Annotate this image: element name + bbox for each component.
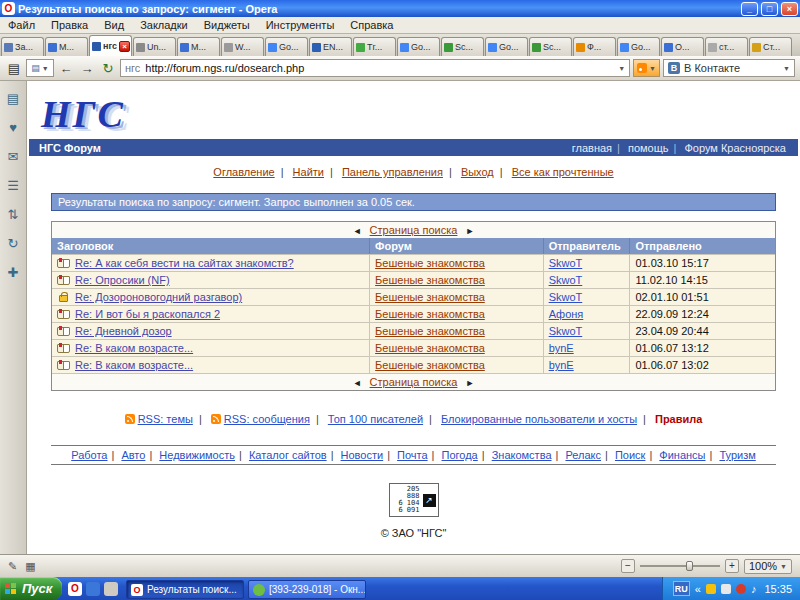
sender-link[interactable]: Афоня: [549, 308, 584, 320]
browser-quicklaunch-icon[interactable]: [86, 582, 100, 596]
network-tray-icon[interactable]: [721, 584, 731, 594]
sender-link[interactable]: SkwoT: [549, 325, 583, 337]
tab[interactable]: Go...: [617, 37, 660, 56]
topic-link[interactable]: Re: В каком возрасте...: [75, 359, 193, 371]
tab[interactable]: М...: [45, 37, 88, 56]
forum-link[interactable]: Бешеные знакомства: [375, 274, 485, 286]
sender-link[interactable]: SkwoT: [549, 291, 583, 303]
volume-tray-icon[interactable]: ♪: [751, 583, 757, 595]
next-page-icon[interactable]: ►: [465, 378, 474, 388]
search-page-link[interactable]: Страница поиска: [370, 224, 458, 236]
vkontakte-search-widget[interactable]: В В Контакте ▼: [663, 59, 795, 77]
tab[interactable]: W...: [221, 37, 264, 56]
rss-feed-button[interactable]: ▼: [633, 59, 660, 77]
sender-link[interactable]: SkwoT: [549, 274, 583, 286]
antivirus-tray-icon[interactable]: [736, 584, 746, 594]
minimize-icon[interactable]: _: [741, 2, 758, 16]
transfers-icon[interactable]: ⇅: [4, 205, 22, 223]
forum-link[interactable]: Бешеные знакомства: [375, 359, 485, 371]
top100-link[interactable]: Топ 100 писателей: [328, 413, 423, 425]
tab[interactable]: Go...: [397, 37, 440, 56]
tab[interactable]: М...: [177, 37, 220, 56]
blocked-users-link[interactable]: Блокированные пользователи и хосты: [441, 413, 637, 425]
menu-view[interactable]: Вид: [96, 18, 132, 32]
tab[interactable]: Go...: [485, 37, 528, 56]
tab[interactable]: Un...: [133, 37, 176, 56]
footer-link-znakomstva[interactable]: Знакомства: [492, 449, 552, 461]
zoom-level-dropdown[interactable]: 100%▼: [744, 559, 792, 574]
menu-bookmarks[interactable]: Закладки: [132, 18, 196, 32]
rules-link[interactable]: Правила: [655, 413, 702, 425]
nav-control-panel[interactable]: Панель управления: [342, 166, 443, 178]
chevron-down-icon[interactable]: ▼: [783, 65, 790, 72]
footer-link-novosti[interactable]: Новости: [341, 449, 384, 461]
tab[interactable]: Ст...: [749, 37, 792, 56]
footer-link-avto[interactable]: Авто: [121, 449, 145, 461]
compose-icon[interactable]: ✎: [8, 560, 17, 573]
column-header-forum[interactable]: Форум: [370, 238, 544, 254]
footer-link-relaks[interactable]: Релакс: [565, 449, 601, 461]
link-krasnoyarsk-forum[interactable]: Форум Красноярска: [684, 142, 786, 154]
forum-link[interactable]: Бешеные знакомства: [375, 342, 485, 354]
footer-link-rabota[interactable]: Работа: [71, 449, 107, 461]
nav-search[interactable]: Найти: [293, 166, 324, 178]
forum-link[interactable]: Бешеные знакомства: [375, 308, 485, 320]
maximize-icon[interactable]: □: [761, 2, 778, 16]
back-icon[interactable]: ←: [57, 59, 75, 77]
notes-icon[interactable]: ☰: [4, 176, 22, 194]
show-desktop-icon[interactable]: [104, 582, 118, 596]
forum-link[interactable]: Бешеные знакомства: [375, 257, 485, 269]
start-button[interactable]: Пуск: [0, 577, 62, 600]
prev-page-icon[interactable]: ◄: [353, 378, 362, 388]
tray-chevron-icon[interactable]: «: [695, 583, 701, 595]
footer-link-nedvizhimost[interactable]: Недвижимость: [159, 449, 235, 461]
column-header-sender[interactable]: Отправитель: [544, 238, 631, 254]
column-header-sent[interactable]: Отправлено: [630, 238, 775, 254]
column-header-title[interactable]: Заголовок: [52, 238, 370, 254]
tab[interactable]: За...: [1, 37, 44, 56]
rss-topics-link[interactable]: RSS: темы: [138, 413, 193, 425]
link-help[interactable]: помощь: [628, 142, 669, 154]
sender-link[interactable]: bynE: [549, 342, 574, 354]
bookmarks-icon[interactable]: ♥: [4, 118, 22, 136]
tab[interactable]: ст...: [705, 37, 748, 56]
link-main[interactable]: главная: [572, 142, 612, 154]
footer-link-poisk[interactable]: Поиск: [615, 449, 645, 461]
rss-posts-link[interactable]: RSS: сообщения: [224, 413, 310, 425]
zoom-out-icon[interactable]: −: [621, 559, 635, 573]
page-panel-icon[interactable]: ▤: [4, 89, 22, 107]
menu-file[interactable]: Файл: [0, 18, 43, 32]
topic-link[interactable]: Re: И вот бы я раскопался 2: [75, 308, 220, 320]
history-icon[interactable]: ↻: [4, 234, 22, 252]
language-indicator[interactable]: RU: [673, 581, 690, 596]
add-panel-icon[interactable]: ✚: [4, 263, 22, 281]
zoom-in-icon[interactable]: +: [725, 559, 739, 573]
page-menu-dropdown[interactable]: ▤▼: [26, 59, 54, 77]
tab[interactable]: Тг...: [353, 37, 396, 56]
next-page-icon[interactable]: ►: [465, 226, 474, 236]
tab[interactable]: О...: [661, 37, 704, 56]
forward-icon[interactable]: →: [78, 59, 96, 77]
tab-close-icon[interactable]: ×: [119, 41, 130, 52]
tab[interactable]: Go...: [265, 37, 308, 56]
tab[interactable]: Sc...: [529, 37, 572, 56]
reload-icon[interactable]: ↻: [99, 59, 117, 77]
prev-page-icon[interactable]: ◄: [353, 226, 362, 236]
footer-link-pochta[interactable]: Почта: [397, 449, 428, 461]
mail-icon[interactable]: ✉: [4, 147, 22, 165]
nav-contents[interactable]: Оглавление: [213, 166, 274, 178]
opera-quicklaunch-icon[interactable]: O: [68, 582, 82, 596]
topic-link[interactable]: Re: А как себя вести на сайтах знакомств…: [75, 257, 294, 269]
footer-link-pogoda[interactable]: Погода: [442, 449, 478, 461]
tab[interactable]: EN...: [309, 37, 352, 56]
address-input[interactable]: нгс http://forum.ngs.ru/dosearch.php ▼: [120, 59, 630, 77]
zoom-slider[interactable]: [640, 560, 720, 572]
forum-link[interactable]: Бешеные знакомства: [375, 291, 485, 303]
nav-logout[interactable]: Выход: [461, 166, 494, 178]
updates-tray-icon[interactable]: [706, 584, 716, 594]
footer-link-katalog[interactable]: Каталог сайтов: [249, 449, 327, 461]
clock[interactable]: 15:35: [764, 583, 792, 595]
task-button-icq[interactable]: [393-239-018] - Окн...: [248, 580, 366, 599]
menu-edit[interactable]: Правка: [43, 18, 96, 32]
panels-toggle-icon[interactable]: ▤: [5, 59, 23, 77]
